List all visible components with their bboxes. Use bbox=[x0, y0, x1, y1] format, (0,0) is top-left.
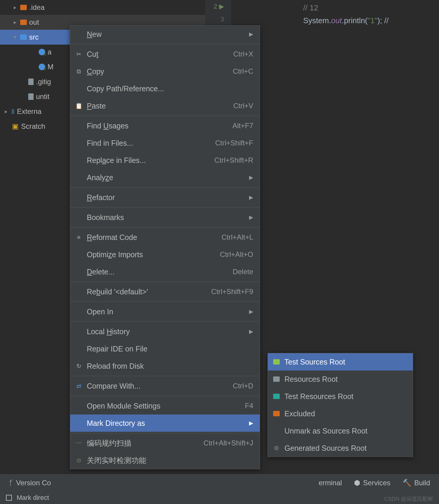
menu-item-bookmarks[interactable]: Bookmarks▶ bbox=[70, 209, 260, 226]
scan-icon: 〰 bbox=[75, 440, 83, 447]
menu-item-optimize-imports[interactable]: Optimize ImportsCtrl+Alt+O bbox=[70, 246, 260, 263]
tree-label: Scratch bbox=[21, 122, 45, 131]
menu-separator bbox=[70, 187, 260, 188]
submenu-item-generated-sources[interactable]: ⚙Generated Sources Root bbox=[268, 439, 413, 457]
menu-item-reload-disk[interactable]: ↻Reload from Disk bbox=[70, 357, 260, 375]
tree-label: out bbox=[29, 18, 39, 26]
submenu-item-test-sources[interactable]: Test Sources Root bbox=[268, 353, 413, 370]
tree-label: a bbox=[48, 48, 51, 56]
folder-icon bbox=[273, 376, 280, 382]
status-icon[interactable] bbox=[6, 495, 12, 501]
menu-item-reformat[interactable]: ≡Reformat CodeCtrl+Alt+L bbox=[70, 229, 260, 246]
file-icon bbox=[28, 78, 34, 85]
disable-icon: ⊘ bbox=[75, 457, 83, 464]
submenu-item-resources[interactable]: Resources Root bbox=[268, 370, 413, 388]
tree-label: src bbox=[29, 33, 39, 41]
menu-item-delete[interactable]: Delete...Delete bbox=[70, 263, 260, 280]
menu-item-copy-path[interactable]: Copy Path/Reference... bbox=[70, 80, 260, 97]
tree-label: Externa bbox=[17, 107, 42, 116]
tree-label: .idea bbox=[29, 3, 45, 12]
gear-icon: ⚙ bbox=[273, 445, 280, 452]
chevron-right-icon bbox=[12, 19, 18, 26]
folder-icon bbox=[20, 5, 27, 10]
menu-item-local-history[interactable]: Local History▶ bbox=[70, 323, 260, 340]
code-line: // 12 bbox=[282, 1, 439, 14]
menu-separator bbox=[70, 302, 260, 302]
submenu-item-test-resources[interactable]: Test Resources Root bbox=[268, 388, 413, 405]
menu-item-analyze[interactable]: Analyze▶ bbox=[70, 169, 260, 186]
library-icon: ⫴ bbox=[11, 107, 15, 116]
menu-separator bbox=[70, 433, 260, 433]
chevron-down-icon bbox=[12, 34, 18, 40]
clipboard-icon: 📋 bbox=[75, 102, 83, 109]
hammer-icon: 🔨 bbox=[402, 479, 411, 487]
menu-item-close-realtime[interactable]: ⊘关闭实时检测功能 bbox=[70, 452, 260, 469]
chevron-right-icon bbox=[3, 108, 9, 115]
menu-separator bbox=[70, 207, 260, 208]
menu-separator bbox=[70, 376, 260, 376]
menu-item-repair-ide[interactable]: Repair IDE on File bbox=[70, 340, 260, 357]
tree-item-idea[interactable]: .idea bbox=[0, 0, 205, 15]
menu-item-open-in[interactable]: Open In▶ bbox=[70, 303, 260, 320]
tree-label: M bbox=[48, 63, 54, 71]
menu-item-replace-in-files[interactable]: Replace in Files...Ctrl+Shift+R bbox=[70, 152, 260, 169]
java-class-icon bbox=[39, 64, 45, 70]
menu-item-paste[interactable]: 📋PasteCtrl+V bbox=[70, 97, 260, 114]
tree-label: .gitig bbox=[36, 78, 51, 86]
menu-item-mark-directory-as[interactable]: Mark Directory as▶ bbox=[70, 414, 260, 432]
copy-icon: ⧉ bbox=[75, 68, 83, 75]
toolbar-vcs[interactable]: ᚶVersion Co bbox=[9, 479, 51, 487]
reformat-icon: ≡ bbox=[75, 234, 83, 241]
compare-icon: ⇄ bbox=[75, 382, 83, 390]
folder-icon bbox=[273, 411, 280, 416]
line-number: 2 ▶ bbox=[205, 0, 232, 13]
menu-item-rebuild[interactable]: Rebuild '<default>'Ctrl+Shift+F9 bbox=[70, 283, 260, 300]
menu-item-open-module-settings[interactable]: Open Module SettingsF4 bbox=[70, 397, 260, 414]
scratches-icon: ▣ bbox=[12, 122, 19, 131]
menu-item-find-in-files[interactable]: Find in Files...Ctrl+Shift+F bbox=[70, 134, 260, 152]
tree-label: untit bbox=[36, 92, 49, 101]
menu-item-code-scan[interactable]: 〰编码规约扫描Ctrl+Alt+Shift+J bbox=[70, 434, 260, 452]
menu-separator bbox=[70, 282, 260, 282]
menu-separator bbox=[70, 44, 260, 44]
scissors-icon: ✂ bbox=[75, 51, 83, 58]
folder-icon bbox=[273, 359, 280, 365]
submenu-mark-directory: Test Sources Root Resources Root Test Re… bbox=[268, 353, 413, 457]
toolbar-services[interactable]: ⬢Services bbox=[354, 479, 391, 487]
line-number: 3 bbox=[205, 13, 232, 26]
menu-item-find-usages[interactable]: Find UsagesAlt+F7 bbox=[70, 117, 260, 134]
menu-separator bbox=[70, 321, 260, 322]
context-menu: New▶ ✂CutCtrl+X ⧉CopyCtrl+C Copy Path/Re… bbox=[70, 25, 260, 469]
folder-icon bbox=[20, 20, 27, 25]
reload-icon: ↻ bbox=[75, 362, 83, 370]
submenu-item-unmark-sources[interactable]: Unmark as Sources Root bbox=[268, 422, 413, 439]
menu-separator bbox=[70, 227, 260, 227]
menu-separator bbox=[70, 396, 260, 396]
branch-icon: ᚶ bbox=[9, 479, 13, 487]
services-icon: ⬢ bbox=[354, 479, 360, 487]
status-text: Mark direct bbox=[17, 494, 49, 502]
toolbar-build[interactable]: 🔨Build bbox=[402, 479, 430, 487]
java-class-icon bbox=[39, 49, 45, 55]
watermark: CSDN @深度匹配树 bbox=[384, 495, 433, 503]
menu-item-refactor[interactable]: Refactor▶ bbox=[70, 189, 260, 206]
menu-item-compare-with[interactable]: ⇄Compare With...Ctrl+D bbox=[70, 377, 260, 395]
folder-icon bbox=[20, 34, 27, 40]
submenu-item-excluded[interactable]: Excluded bbox=[268, 405, 413, 422]
menu-item-new[interactable]: New▶ bbox=[70, 26, 260, 43]
code-editor[interactable]: public static void main(String // 12 Sys… bbox=[232, 0, 439, 59]
menu-item-copy[interactable]: ⧉CopyCtrl+C bbox=[70, 63, 260, 80]
folder-icon bbox=[273, 394, 280, 399]
status-bar: Mark direct bbox=[0, 492, 439, 504]
menu-separator bbox=[70, 116, 260, 116]
toolbar-terminal[interactable]: erminal bbox=[319, 479, 342, 487]
file-icon bbox=[28, 93, 34, 100]
menu-item-cut[interactable]: ✂CutCtrl+X bbox=[70, 45, 260, 63]
tool-window-bar: ᚶVersion Co erminal ⬢Services 🔨Build bbox=[0, 474, 439, 492]
chevron-right-icon bbox=[12, 4, 18, 11]
code-line: System.out.println("1"); // bbox=[282, 14, 439, 27]
